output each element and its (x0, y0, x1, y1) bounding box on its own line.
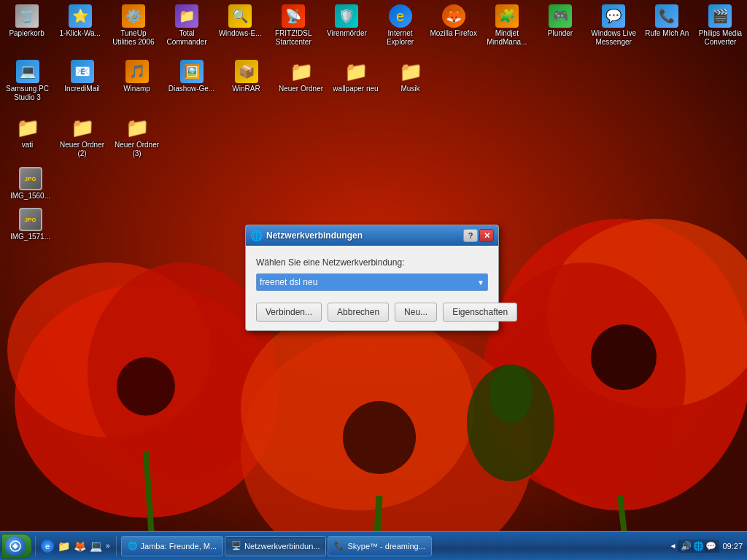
icon-firefox[interactable]: 🦊 Mozilla Firefox (427, 1, 480, 50)
svg-point-7 (547, 219, 747, 408)
icon-papierkorb[interactable]: 🗑️ Papierkorb (0, 1, 53, 50)
icon-musik[interactable]: 📁 Musik (383, 57, 438, 105)
neuer-ordner-icon: 📁 (290, 60, 313, 83)
taskbar-btn-jamba[interactable]: 🌐 Jamba: Freunde, M... (121, 536, 224, 556)
icon-vati[interactable]: 📁 vati (0, 113, 55, 161)
icon-neuer-ordner[interactable]: 📁 Neuer Ordner (274, 57, 328, 105)
icon-virenmoerder[interactable]: 🛡️ Virenmörder (320, 1, 374, 50)
icon-winamp[interactable]: 🎵 Winamp (109, 57, 164, 105)
netzwerk-btn-label: Netzwerkverbindun... (244, 542, 320, 551)
eigenschaften-button[interactable]: Eigenschaften (443, 303, 517, 322)
quick-firefox-icon[interactable]: 🦊 (72, 539, 87, 553)
abbrechen-button[interactable]: Abbrechen (328, 303, 389, 322)
icon-winrar[interactable]: 📦 WinRAR (219, 57, 274, 105)
svg-point-12 (343, 401, 416, 474)
icon-incredimail[interactable]: 📧 IncrediMail (55, 57, 109, 105)
icon-philips-media[interactable]: 🎬 Philips Media Converter (694, 1, 747, 50)
neuer-ordner-3-icon: 📁 (125, 116, 149, 139)
wlm-icon: 💬 (602, 4, 625, 28)
icon-fritzadsl-label: FRITZ!DSL Startcenter (270, 29, 317, 47)
icon-plunder-label: Plunder (548, 29, 573, 38)
incredimail-icon: 📧 (71, 60, 94, 83)
icon-samsung-pc[interactable]: 💻 Samsung PC Studio 3 (0, 57, 55, 105)
icon-mindjet[interactable]: 🧩 Mindjet MindMana... (480, 1, 533, 50)
dialog-body: Wählen Sie eine Netzwerkverbindung: free… (246, 246, 498, 330)
rufe-icon: 📞 (655, 4, 678, 28)
icon-papierkorb-label: Papierkorb (9, 29, 44, 38)
icon-virenmoerder-label: Virenmörder (327, 29, 367, 38)
icon-windows-e-label: Windows-E... (219, 29, 262, 38)
plunder-icon: 🎮 (549, 4, 572, 28)
tuneup-icon: ⚙️ (122, 4, 145, 28)
icon-wlm-label: Windows Live Messenger (590, 29, 638, 47)
icon-neuer-ordner-2[interactable]: 📁 Neuer Ordner (2) (55, 113, 109, 161)
img1560-icon: JPG (19, 167, 42, 190)
tray-arrow-left[interactable]: ◄ (668, 540, 678, 551)
icon-windows-live-messenger[interactable]: 💬 Windows Live Messenger (587, 1, 640, 50)
taskbar-btn-netzwerk[interactable]: 🖥️ Netzwerkverbindun... (225, 536, 326, 556)
quick-launch-arrow[interactable]: » (104, 540, 112, 551)
left-image-icons: JPG IMG_1560... JPG IMG_1571... (3, 164, 58, 246)
svg-point-16 (467, 365, 554, 481)
svg-point-10 (241, 328, 533, 560)
icon-diashow[interactable]: 🖼️ Diashow-Ge... (164, 57, 219, 105)
dialog-dropdown-value: freenet dsl neu (260, 277, 317, 287)
quick-media-icon[interactable]: 💻 (88, 539, 103, 553)
icon-wallpaper-neu[interactable]: 📁 wallpaper neu (328, 57, 383, 105)
icon-windows-e[interactable]: 🔍 Windows-E... (214, 1, 267, 50)
icon-1klick-label: 1-Klick-Wa... (60, 29, 101, 38)
verbinden-button[interactable]: Verbinden... (256, 303, 322, 322)
icon-img1560[interactable]: JPG IMG_1560... (3, 164, 58, 203)
icon-rufe-mich-an[interactable]: 📞 Rufe MIch An (640, 1, 694, 50)
img1560-label: IMG_1560... (10, 192, 50, 201)
second-row-icons: 💻 Samsung PC Studio 3 📧 IncrediMail 🎵 Wi… (0, 57, 438, 106)
icon-firefox-label: Mozilla Firefox (430, 29, 476, 38)
dialog-close-button[interactable]: ✕ (479, 229, 494, 242)
diashow-label: Diashow-Ge... (169, 85, 214, 93)
icon-1klick[interactable]: ⭐ 1-Klick-Wa... (53, 1, 107, 50)
ie-icon: e (389, 4, 412, 28)
svg-point-8 (481, 262, 686, 496)
taskbar-btn-skype[interactable]: 📞 Skype™ - dreaming... (328, 536, 431, 556)
neuer-ordner-2-icon: 📁 (71, 116, 94, 139)
svg-point-6 (489, 219, 747, 510)
tray-icon-volume[interactable]: 🔊 (681, 541, 692, 551)
svg-point-2 (15, 284, 277, 518)
icon-tuneup[interactable]: ⚙️ TuneUp Utilities 2006 (107, 1, 160, 50)
skype-btn-icon: 📞 (334, 541, 344, 551)
winrar-icon: 📦 (235, 60, 258, 83)
icon-total-commander-label: Total Commander (163, 29, 210, 47)
quick-ie-icon[interactable]: e (40, 539, 55, 553)
tray-icon-network[interactable]: 🌐 (693, 541, 704, 551)
icon-plunder[interactable]: 🎮 Plunder (533, 1, 587, 50)
taskbar-divider-1 (35, 536, 36, 556)
icon-total-commander[interactable]: 📁 Total Commander (160, 1, 213, 50)
skype-btn-label: Skype™ - dreaming... (347, 542, 425, 551)
wallpaper-label: wallpaper neu (333, 85, 378, 93)
svg-point-3 (7, 262, 212, 438)
start-button[interactable] (1, 534, 32, 559)
dialog-title-text: Netzwerkverbindungen (266, 230, 363, 241)
dialog-prompt-label: Wählen Sie eine Netzwerkverbindung: (256, 257, 488, 268)
quick-folder-icon[interactable]: 📁 (56, 539, 71, 553)
svg-point-17 (489, 365, 533, 423)
icon-fritzadsl[interactable]: 📡 FRITZ!DSL Startcenter (267, 1, 320, 50)
tray-icon-messenger[interactable]: 💬 (705, 541, 716, 551)
start-orb-icon (5, 536, 26, 556)
incredimail-label: IncrediMail (64, 85, 99, 93)
papierkorb-icon: 🗑️ (15, 4, 39, 28)
icon-img1571[interactable]: JPG IMG_1571... (3, 205, 58, 244)
dialog-help-button[interactable]: ? (463, 229, 478, 242)
svg-point-11 (241, 306, 474, 510)
jamba-btn-label: Jamba: Freunde, M... (141, 542, 217, 551)
icon-tuneup-label: TuneUp Utilities 2006 (109, 29, 157, 47)
img1571-label: IMG_1571... (10, 233, 50, 241)
icon-ie[interactable]: e Internet Explorer (374, 1, 427, 50)
netzwerkverbindungen-dialog: 🌐 Netzwerkverbindungen ? ✕ Wählen Sie ei… (245, 225, 499, 331)
total-commander-icon: 📁 (175, 4, 198, 28)
icon-neuer-ordner-3[interactable]: 📁 Neuer Ordner (3) (109, 113, 164, 161)
dialog-network-dropdown[interactable]: freenet dsl neu ▼ (256, 273, 488, 291)
neu-button[interactable]: Neu... (395, 303, 437, 322)
samsung-icon: 💻 (16, 60, 39, 83)
dialog-titlebar: 🌐 Netzwerkverbindungen ? ✕ (246, 225, 498, 246)
